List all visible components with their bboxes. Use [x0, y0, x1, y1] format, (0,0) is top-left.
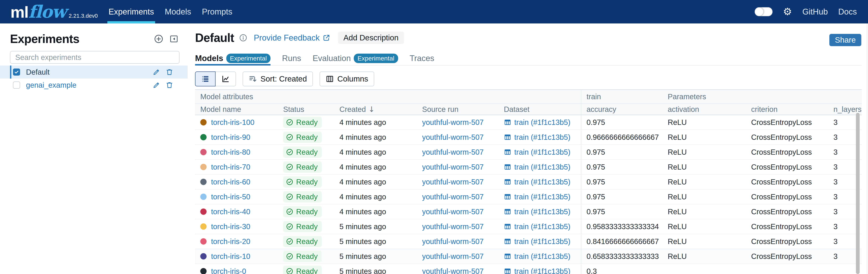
model-name-link[interactable]: torch-iris-40	[211, 208, 250, 216]
col-dataset[interactable]: Dataset	[499, 104, 581, 115]
experiments-list: Default genai_example	[0, 65, 188, 91]
gear-icon[interactable]: ⚙	[783, 7, 792, 17]
table-row[interactable]: torch-iris-10 Ready 5 minutes ago youthf…	[195, 249, 862, 264]
theme-toggle[interactable]	[755, 7, 773, 16]
criterion-cell: CrossEntropyLoss	[746, 115, 828, 130]
model-name-link[interactable]: torch-iris-0	[211, 267, 246, 274]
col-activation[interactable]: activation	[662, 104, 746, 115]
info-icon[interactable]	[239, 33, 247, 42]
mlflow-logo[interactable]: mlflow 2.21.3.dev0	[10, 2, 98, 22]
experiment-name-link[interactable]: genai_example	[26, 81, 76, 89]
col-model-name[interactable]: Model name	[195, 104, 278, 115]
source-run-link[interactable]: youthful-worm-507	[422, 193, 484, 201]
collapse-sidebar-button[interactable]	[169, 34, 179, 44]
table-row[interactable]: torch-iris-60 Ready 4 minutes ago youthf…	[195, 174, 862, 190]
experiment-row-genai-example[interactable]: genai_example	[0, 79, 188, 91]
chart-view-button[interactable]	[216, 72, 236, 86]
github-link[interactable]: GitHub	[802, 7, 828, 17]
experiment-name-link[interactable]: Default	[26, 68, 50, 76]
dataset-link[interactable]: train (#1f1c13b5)	[514, 133, 570, 141]
check-circle-icon	[286, 148, 293, 156]
source-run-link[interactable]: youthful-worm-507	[422, 118, 484, 127]
sort-descending-icon	[249, 75, 257, 83]
source-run-link[interactable]: youthful-worm-507	[422, 208, 484, 216]
table-row[interactable]: torch-iris-70 Ready 4 minutes ago youthf…	[195, 160, 862, 174]
table-row[interactable]: torch-iris-50 Ready 4 minutes ago youthf…	[195, 190, 862, 204]
source-run-link[interactable]: youthful-worm-507	[422, 252, 484, 261]
table-row[interactable]: torch-iris-40 Ready 4 minutes ago youthf…	[195, 204, 862, 219]
dataset-link[interactable]: train (#1f1c13b5)	[514, 148, 570, 156]
table-row[interactable]: torch-iris-30 Ready 5 minutes ago youthf…	[195, 219, 862, 234]
dataset-link[interactable]: train (#1f1c13b5)	[514, 208, 570, 216]
table-row[interactable]: torch-iris-20 Ready 5 minutes ago youthf…	[195, 234, 862, 249]
model-name-link[interactable]: torch-iris-100	[211, 118, 254, 127]
dataset-link[interactable]: train (#1f1c13b5)	[514, 178, 570, 186]
columns-button[interactable]: Columns	[319, 72, 374, 86]
list-view-button[interactable]	[195, 72, 216, 86]
accuracy-cell: 0.9666666666666667	[581, 130, 662, 144]
activation-cell: ReLU	[662, 190, 746, 204]
source-run-link[interactable]: youthful-worm-507	[422, 222, 484, 231]
table-row[interactable]: torch-iris-100 Ready 4 minutes ago youth…	[195, 115, 862, 130]
created-cell: 4 minutes ago	[334, 160, 417, 174]
dataset-table-icon	[504, 193, 511, 200]
col-source-run[interactable]: Source run	[417, 104, 499, 115]
search-experiments-input[interactable]	[10, 51, 180, 64]
dataset-link[interactable]: train (#1f1c13b5)	[514, 118, 570, 127]
source-run-link[interactable]: youthful-worm-507	[422, 163, 484, 171]
source-run-link[interactable]: youthful-worm-507	[422, 267, 484, 274]
logo-ml-text: ml	[10, 3, 28, 21]
docs-link[interactable]: Docs	[838, 7, 857, 17]
delete-trash-icon[interactable]	[165, 68, 174, 76]
table-group-header: Model attributes train Parameters	[195, 89, 862, 104]
model-name-link[interactable]: torch-iris-90	[211, 133, 250, 141]
source-run-link[interactable]: youthful-worm-507	[422, 178, 484, 186]
accuracy-cell: 0.9583333333333334	[581, 219, 662, 234]
create-experiment-button[interactable]	[154, 34, 163, 44]
sort-button[interactable]: Sort: Created	[243, 72, 313, 86]
dataset-link[interactable]: train (#1f1c13b5)	[514, 222, 570, 231]
edit-pencil-icon[interactable]	[152, 81, 160, 89]
table-row[interactable]: torch-iris-80 Ready 4 minutes ago youthf…	[195, 145, 862, 160]
nav-item-prompts[interactable]: Prompts	[201, 0, 234, 24]
nav-item-models[interactable]: Models	[164, 0, 192, 24]
share-button[interactable]: Share	[829, 34, 861, 46]
model-name-link[interactable]: torch-iris-20	[211, 237, 250, 246]
source-run-link[interactable]: youthful-worm-507	[422, 237, 484, 246]
source-run-link[interactable]: youthful-worm-507	[422, 148, 484, 156]
experiment-row-default[interactable]: Default	[0, 65, 188, 79]
table-row[interactable]: torch-iris-0 Ready 5 minutes ago youthfu…	[195, 264, 862, 274]
dataset-link[interactable]: train (#1f1c13b5)	[514, 193, 570, 201]
nav-item-experiments[interactable]: Experiments	[107, 0, 155, 24]
model-name-link[interactable]: torch-iris-30	[211, 222, 250, 231]
tab-models[interactable]: Models Experimental	[195, 53, 271, 65]
provide-feedback-link[interactable]: Provide Feedback	[254, 33, 331, 43]
dataset-link[interactable]: train (#1f1c13b5)	[514, 252, 570, 261]
col-status[interactable]: Status	[278, 104, 334, 115]
model-name-link[interactable]: torch-iris-80	[211, 148, 250, 156]
model-name-link[interactable]: torch-iris-10	[211, 252, 250, 261]
source-run-link[interactable]: youthful-worm-507	[422, 133, 484, 141]
col-created[interactable]: Created ↓	[334, 104, 417, 115]
delete-trash-icon[interactable]	[165, 81, 174, 89]
table-vertical-scrollbar[interactable]	[856, 113, 860, 274]
criterion-cell	[746, 264, 828, 274]
tab-traces[interactable]: Traces	[410, 53, 434, 65]
dataset-link[interactable]: train (#1f1c13b5)	[514, 237, 570, 246]
col-accuracy[interactable]: accuracy	[581, 104, 662, 115]
dataset-link[interactable]: train (#1f1c13b5)	[514, 267, 570, 274]
table-row[interactable]: torch-iris-90 Ready 4 minutes ago youthf…	[195, 130, 862, 145]
experiment-checkbox[interactable]	[13, 68, 20, 76]
dataset-link[interactable]: train (#1f1c13b5)	[514, 163, 570, 171]
model-name-link[interactable]: torch-iris-50	[211, 193, 250, 201]
model-name-link[interactable]: torch-iris-70	[211, 163, 250, 171]
edit-pencil-icon[interactable]	[152, 68, 160, 76]
col-criterion[interactable]: criterion	[746, 104, 828, 115]
status-badge: Ready	[283, 221, 322, 232]
experiment-checkbox[interactable]	[13, 82, 20, 89]
add-description-button[interactable]: Add Description	[338, 32, 404, 44]
model-name-link[interactable]: torch-iris-60	[211, 178, 250, 186]
check-circle-icon	[286, 267, 293, 274]
tab-evaluation[interactable]: Evaluation Experimental	[313, 53, 398, 65]
tab-runs[interactable]: Runs	[282, 53, 301, 65]
